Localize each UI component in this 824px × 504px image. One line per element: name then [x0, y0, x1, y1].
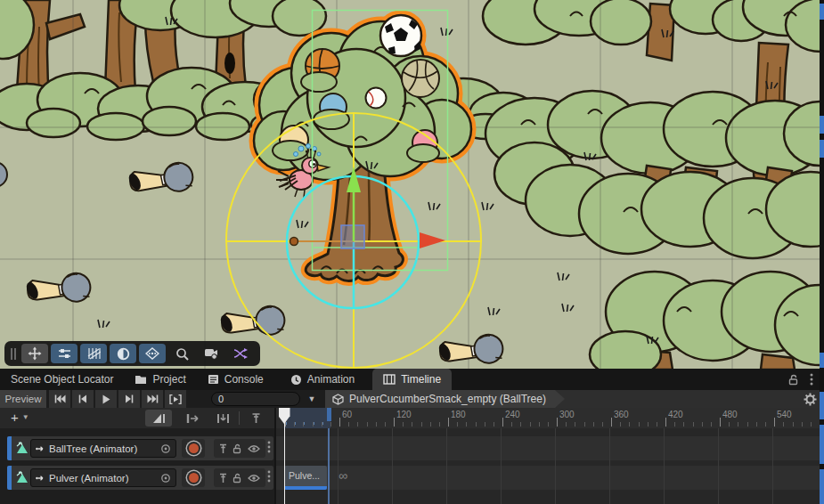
shuffle-tool-button[interactable]: [227, 344, 254, 363]
breadcrumb-chevron: [555, 390, 566, 408]
previous-frame-button[interactable]: [72, 390, 94, 408]
object-picker-icon[interactable]: [160, 473, 171, 484]
record-button[interactable]: [182, 439, 205, 458]
ruler-label: 360: [614, 410, 629, 419]
go-to-end-button[interactable]: [142, 390, 163, 408]
console-icon: [208, 374, 219, 385]
go-to-start-icon: [54, 394, 66, 403]
ruler-label: 120: [396, 410, 412, 419]
track-name: Pulver (Animator): [49, 473, 128, 484]
add-track-button[interactable]: +▼: [11, 410, 29, 425]
ruler-label: 420: [668, 410, 683, 419]
marker-pin-button[interactable]: [242, 410, 269, 427]
timeline-tracks: BallTree (Animator): [0, 428, 824, 504]
clip-arrow-right-icon: [186, 413, 200, 424]
cube-icon: [332, 394, 344, 405]
track-name: BallTree (Animator): [49, 443, 137, 454]
play-range-button[interactable]: [165, 390, 186, 408]
breadcrumb-item[interactable]: PulverCucumberSmack_empty (BallTree): [325, 390, 555, 408]
move-tool-button[interactable]: [21, 344, 48, 363]
timeline-settings-button[interactable]: [804, 393, 817, 406]
go-to-end-icon: [147, 394, 159, 403]
lock-open-icon[interactable]: [787, 374, 799, 386]
folder-icon: [135, 374, 147, 385]
ruler-label: 180: [451, 410, 466, 419]
move-icon: [28, 346, 42, 361]
timeline-ruler[interactable]: 60 120 180 240 300 360 420 480 540: [276, 408, 824, 428]
tab-timeline[interactable]: Timeline: [372, 369, 452, 390]
ruler-label: 300: [559, 410, 575, 419]
next-frame-button[interactable]: [118, 390, 140, 408]
preview-toggle-button[interactable]: Preview: [0, 390, 46, 408]
track-content-area[interactable]: Pulve... ∞: [276, 428, 824, 504]
scene-view[interactable]: [0, 0, 824, 370]
playhead-line: [284, 422, 286, 504]
object-picker-icon[interactable]: [160, 443, 171, 454]
camera-tool-button[interactable]: [198, 344, 224, 363]
pin-icon: [251, 412, 261, 424]
baseball[interactable]: [366, 88, 387, 109]
prefab-arrow-icon: [36, 474, 45, 483]
tab-project[interactable]: Project: [124, 369, 196, 390]
ruler-label: 60: [342, 410, 352, 419]
zoom-tool-button[interactable]: [168, 344, 195, 363]
tab-scene-object-locator[interactable]: Scene Object Locator: [0, 369, 124, 390]
ruler-label: 240: [505, 410, 520, 419]
sliders-icon: [58, 347, 71, 360]
clock-icon: [290, 374, 302, 386]
tab-label: Timeline: [401, 373, 441, 386]
sliders-tool-button[interactable]: [51, 344, 78, 363]
volleyball[interactable]: [402, 60, 439, 97]
tab-label: Console: [224, 373, 264, 386]
filmstrip-icon: [383, 374, 396, 385]
tab-label: Animation: [307, 373, 355, 386]
eye-icon[interactable]: [248, 444, 260, 453]
lock-open-icon[interactable]: [233, 443, 242, 454]
play-range-icon: [169, 394, 182, 404]
soccer-ball[interactable]: [380, 15, 421, 56]
circle-tool-button[interactable]: [110, 344, 136, 363]
track-kebab-icon[interactable]: [267, 469, 271, 484]
record-button[interactable]: [182, 468, 205, 487]
go-to-start-button[interactable]: [49, 390, 70, 408]
curves-icon: [152, 413, 166, 424]
track-toolbar-and-ruler: +▼ 60 120 180 240 300: [0, 408, 824, 428]
track-kebab-icon[interactable]: [267, 440, 271, 454]
animator-object-field[interactable]: Pulver (Animator): [30, 468, 176, 487]
animator-object-field[interactable]: BallTree (Animator): [30, 439, 176, 458]
eye-icon[interactable]: [248, 474, 260, 483]
toolbar-drag-handle[interactable]: [11, 348, 16, 360]
breadcrumb-label: PulverCucumberSmack_empty (BallTree): [349, 393, 546, 405]
lock-open-icon[interactable]: [233, 473, 242, 484]
tab-label: Project: [152, 373, 185, 386]
edge-scrollbar[interactable]: [820, 0, 824, 504]
track-row-pulver[interactable]: Pulver (Animator): [7, 466, 273, 490]
kebab-menu-icon[interactable]: [810, 373, 813, 386]
prefab-arrow-icon: [36, 444, 45, 453]
frame-options-dropdown[interactable]: ▼: [300, 390, 323, 408]
track-toolbar: +▼: [0, 408, 276, 428]
animation-clip[interactable]: Pulve...: [284, 466, 327, 490]
hatch-fill-tool-button[interactable]: [80, 344, 107, 363]
skew-tool-button[interactable]: [139, 344, 166, 363]
clip-loop-indicator: ∞: [339, 469, 347, 482]
tab-animation[interactable]: Animation: [280, 369, 365, 390]
editor-window: Scene Object Locator Project Console Ani…: [0, 0, 824, 504]
scene-canvas: [0, 0, 824, 370]
pivot-dot[interactable]: [290, 238, 298, 246]
gear-icon: [804, 393, 817, 406]
animation-track-icon: [15, 442, 29, 454]
track-row-balltree[interactable]: BallTree (Animator): [7, 436, 273, 460]
tab-console[interactable]: Console: [197, 369, 274, 390]
edit-mode-mix-button[interactable]: [179, 410, 206, 427]
frame-counter-input[interactable]: [211, 392, 300, 406]
pin-icon[interactable]: [219, 473, 227, 484]
edit-mode-replace-button[interactable]: [209, 410, 236, 427]
timeline-control-bar: Preview ▼: [0, 390, 824, 408]
pin-icon[interactable]: [219, 443, 227, 454]
panel-tab-bar: Scene Object Locator Project Console Ani…: [0, 369, 824, 390]
duration-end-marker[interactable]: [327, 408, 331, 421]
curves-view-button[interactable]: [145, 410, 172, 427]
hatch-icon: [87, 347, 101, 360]
play-button[interactable]: [95, 390, 117, 408]
